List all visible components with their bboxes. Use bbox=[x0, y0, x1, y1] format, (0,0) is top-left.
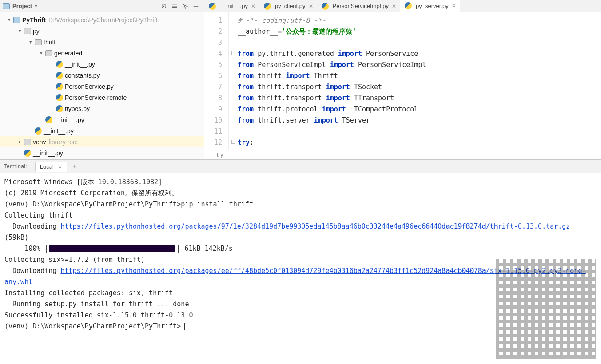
code-line[interactable]: from thrift import Thrift bbox=[238, 71, 601, 82]
folder-icon bbox=[24, 28, 31, 34]
editor-area: __init__.py✕py_client.py✕PersonServiceIm… bbox=[204, 0, 601, 159]
close-icon[interactable]: ✕ bbox=[309, 3, 313, 9]
expand-all-icon[interactable] bbox=[171, 2, 179, 10]
editor-tab-label: PersonServiceImpl.py bbox=[333, 3, 389, 9]
editor-tab[interactable]: py_server.py✕ bbox=[400, 0, 460, 12]
chevron-right-icon[interactable]: ▸ bbox=[17, 139, 23, 145]
code-editor[interactable]: 123456789101112 # -*- coding:utf-8 -*-__… bbox=[204, 12, 601, 150]
code-line[interactable]: −try: bbox=[238, 137, 601, 148]
editor-tab-label: __init__.py bbox=[220, 3, 248, 9]
code-line[interactable]: −from py.thrift.generated import PersonS… bbox=[238, 48, 601, 59]
code-line[interactable]: from thrift.protocol import TCompactProt… bbox=[238, 104, 601, 115]
line-gutter: 123456789101112 bbox=[204, 12, 229, 150]
tree-node[interactable]: ▸__init__.py bbox=[0, 125, 204, 136]
tree-node-label: __init__.py bbox=[54, 116, 84, 123]
terminal-tab-local[interactable]: Local ✕ bbox=[35, 162, 68, 172]
terminal-panel: Terminal: Local ✕ + Microsoft Windows [版… bbox=[0, 160, 601, 364]
add-terminal-icon[interactable]: + bbox=[69, 162, 80, 170]
editor-tab[interactable]: __init__.py✕ bbox=[204, 0, 259, 12]
tree-node-label: PersonService.py bbox=[65, 83, 114, 90]
close-icon[interactable]: ✕ bbox=[392, 3, 396, 9]
fold-icon[interactable]: − bbox=[231, 140, 235, 144]
tree-node[interactable]: ▸constants.py bbox=[0, 70, 204, 81]
py-icon bbox=[24, 150, 31, 157]
project-sidebar: Project ▼ ▾PyThriftD:\Workspace\PyCharmP… bbox=[0, 0, 204, 159]
project-icon bbox=[3, 3, 10, 9]
tree-node-label: thrift bbox=[44, 39, 56, 46]
chevron-down-icon[interactable]: ▾ bbox=[17, 28, 23, 34]
py-icon bbox=[45, 116, 52, 123]
close-icon[interactable]: ✕ bbox=[251, 3, 255, 9]
close-icon[interactable]: ✕ bbox=[58, 164, 62, 170]
breadcrumb[interactable]: try bbox=[204, 150, 601, 159]
py-icon bbox=[56, 83, 63, 90]
editor-tabs: __init__.py✕py_client.py✕PersonServiceIm… bbox=[204, 0, 601, 12]
tree-node-label: __init__.py bbox=[65, 61, 95, 68]
code-line[interactable]: from PersonServiceImpl import PersonServ… bbox=[238, 59, 601, 71]
settings-icon[interactable] bbox=[181, 2, 189, 10]
tree-node-label: __init__.py bbox=[33, 150, 63, 157]
py-icon bbox=[56, 72, 63, 79]
editor-tab[interactable]: py_client.py✕ bbox=[259, 0, 317, 12]
tree-node[interactable]: ▾PyThriftD:\Workspace\PyCharmProject\PyT… bbox=[0, 14, 204, 25]
tree-node-label: constants.py bbox=[65, 72, 100, 79]
tree-node-sublabel: library root bbox=[49, 138, 78, 146]
code-content[interactable]: # -*- coding:utf-8 -*-__author__='公众号：霸道… bbox=[229, 12, 601, 150]
tree-node[interactable]: ▸PersonService-remote bbox=[0, 92, 204, 103]
tree-node[interactable]: ▾thrift bbox=[0, 36, 204, 47]
chevron-down-icon[interactable]: ▾ bbox=[6, 17, 12, 23]
locate-icon[interactable] bbox=[160, 2, 168, 10]
py-icon bbox=[35, 127, 42, 135]
code-line[interactable] bbox=[238, 126, 601, 137]
module-icon bbox=[13, 17, 20, 23]
terminal-tabs: Terminal: Local ✕ + bbox=[0, 160, 601, 173]
svg-point-2 bbox=[184, 5, 186, 7]
chevron-down-icon[interactable]: ▾ bbox=[28, 39, 34, 45]
code-line[interactable] bbox=[238, 37, 601, 48]
editor-tab[interactable]: PersonServiceImpl.py✕ bbox=[317, 0, 400, 12]
py-icon bbox=[405, 2, 412, 9]
editor-tab-label: py_server.py bbox=[416, 3, 449, 9]
code-line[interactable]: from thrift.server import TServer bbox=[238, 115, 601, 126]
hide-icon[interactable] bbox=[192, 2, 200, 10]
tree-node-label: PyThrift bbox=[22, 16, 46, 24]
tree-node[interactable]: ▾py bbox=[0, 25, 204, 36]
qr-watermark bbox=[496, 259, 596, 359]
code-line[interactable]: from thrift.transport import TTransport bbox=[238, 93, 601, 104]
project-tree[interactable]: ▾PyThriftD:\Workspace\PyCharmProject\PyT… bbox=[0, 12, 204, 159]
py-icon bbox=[56, 61, 63, 68]
editor-tab-label: py_client.py bbox=[275, 3, 306, 9]
code-line[interactable]: __author__='公众号：霸道的程序猿' bbox=[238, 26, 601, 37]
py-icon bbox=[322, 3, 329, 10]
tree-node[interactable]: ▾generated bbox=[0, 47, 204, 59]
tree-node[interactable]: ▸venvlibrary root bbox=[0, 136, 204, 147]
chevron-down-icon[interactable]: ▾ bbox=[38, 50, 44, 56]
code-line[interactable]: # -*- coding:utf-8 -*- bbox=[238, 15, 601, 26]
tree-node[interactable]: ▸__init__.py bbox=[0, 59, 204, 70]
tree-node[interactable]: ▸__init__.py bbox=[0, 147, 204, 158]
project-view-caret-icon[interactable]: ▼ bbox=[34, 4, 38, 8]
tree-node-label: py bbox=[33, 28, 40, 35]
code-line[interactable]: from thrift.transport import TSocket bbox=[238, 82, 601, 93]
tree-node[interactable]: ▸PersonService.py bbox=[0, 81, 204, 92]
folder-icon bbox=[35, 39, 42, 45]
fold-icon[interactable]: − bbox=[231, 51, 235, 55]
tree-node-label: venv bbox=[33, 138, 46, 146]
tree-node[interactable]: ▸ttypes.py bbox=[0, 103, 204, 114]
terminal-tab-label: Local bbox=[40, 163, 54, 170]
svg-point-1 bbox=[163, 5, 165, 7]
tree-node[interactable]: ▸__init__.py bbox=[0, 114, 204, 125]
project-title[interactable]: Project bbox=[12, 3, 32, 9]
tree-node-label: PersonService-remote bbox=[65, 94, 127, 101]
project-toolbar: Project ▼ bbox=[0, 0, 204, 12]
folder-icon bbox=[45, 50, 52, 56]
terminal-line: Downloading https://files.pythonhosted.o… bbox=[4, 221, 597, 243]
py-icon bbox=[56, 94, 63, 101]
terminal-line: 100% || 61kB 142kB/s bbox=[4, 243, 597, 254]
tree-node-label: ttypes.py bbox=[65, 105, 90, 112]
close-icon[interactable]: ✕ bbox=[452, 3, 456, 9]
py-icon bbox=[264, 3, 271, 10]
terminal-line: Microsoft Windows [版本 10.0.18363.1082] bbox=[4, 177, 597, 188]
tree-node-label: __init__.py bbox=[44, 127, 74, 135]
py-icon bbox=[56, 105, 63, 112]
